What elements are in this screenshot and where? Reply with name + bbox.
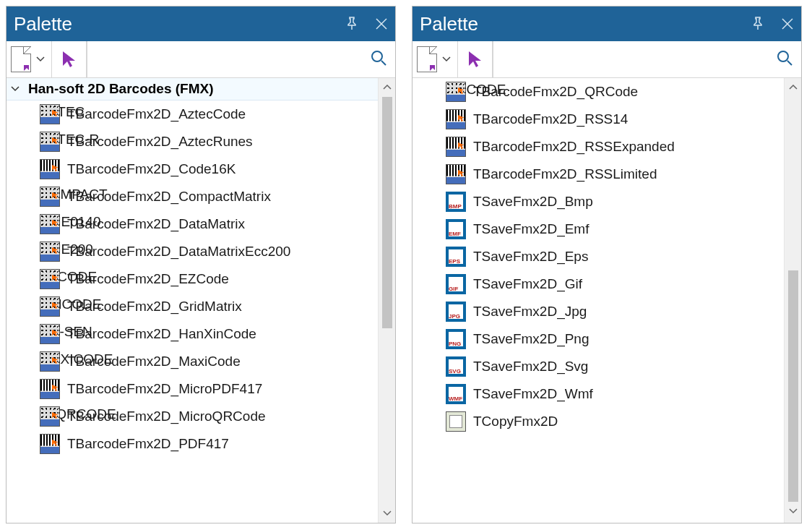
palette-item[interactable]: RSS-ExPTBarcodeFmx2D_RSSExpanded — [413, 133, 784, 161]
palette-item[interactable]: DME200TBarcodeFmx2D_DataMatrixEcc200 — [7, 238, 378, 265]
search-bar — [87, 41, 395, 77]
palette-item[interactable]: AZTECTBarcodeFmx2D_AztecCode — [7, 101, 378, 128]
component-icon: QRCODE — [446, 82, 466, 102]
palette-item[interactable]: EPSTSaveFmx2D_Eps — [413, 243, 784, 270]
scroll-down-icon[interactable] — [785, 503, 801, 519]
palette-item[interactable]: DME0140TBarcodeFmx2D_DataMatrix — [7, 210, 378, 238]
save-format-icon: PNG — [446, 329, 466, 349]
close-icon[interactable] — [375, 13, 388, 35]
palette-item-label: TBarcodeFmx2D_Code16K — [67, 161, 236, 177]
palette-item-label: TSaveFmx2D_Eps — [473, 249, 588, 265]
pointer-tool-button[interactable] — [52, 41, 87, 77]
save-format-icon: WMF — [446, 384, 466, 404]
component-icon: RSS-14 — [446, 109, 466, 129]
save-format-icon: GIF — [446, 274, 466, 294]
save-format-icon: SVG — [446, 356, 466, 377]
component-icon: CN-SEN — [40, 324, 60, 344]
palette-item-label: TBarcodeFmx2D_MicroPDF417 — [67, 381, 262, 397]
scroll-up-icon[interactable] — [785, 80, 801, 95]
chevron-down-icon — [34, 53, 47, 66]
titlebar: Palette — [413, 7, 801, 41]
palette-item-label: TBarcodeFmx2D_DataMatrixEcc200 — [67, 244, 290, 260]
component-icon: GMCODE — [40, 296, 60, 317]
pin-icon[interactable] — [751, 13, 765, 35]
component-icon: DME200 — [40, 242, 60, 262]
component-icon: CODE16K — [40, 159, 60, 179]
new-file-icon — [11, 46, 31, 72]
palette-item-label: TSaveFmx2D_Png — [473, 331, 589, 347]
palette-item[interactable]: COMPACTTBarcodeFmx2D_CompactMatrix — [7, 183, 378, 210]
category-label: Han-soft 2D Barcodes (FMX) — [28, 81, 214, 97]
save-format-icon: BMP — [446, 192, 466, 212]
save-format-icon: EPS — [446, 247, 466, 267]
component-icon: RSS-ExP — [446, 137, 466, 157]
panel-title: Palette — [420, 13, 751, 35]
palette-item[interactable]: WMFTSaveFmx2D_Wmf — [413, 380, 784, 408]
search-input[interactable] — [499, 45, 775, 74]
component-icon: COMPACT — [40, 187, 60, 207]
palette-item-label: TBarcodeFmx2D_RSS14 — [473, 111, 628, 127]
palette-item[interactable]: SVGTSaveFmx2D_Svg — [413, 353, 784, 380]
new-file-icon — [417, 46, 437, 72]
save-format-icon: EMF — [446, 219, 466, 239]
component-icon: AZTEC-R — [40, 132, 60, 152]
palette-item[interactable]: MPDF417TBarcodeFmx2D_MicroPDF417 — [7, 375, 378, 403]
svg-line-4 — [381, 61, 386, 65]
component-icon: PDF417 — [40, 434, 60, 454]
chevron-down-icon — [440, 53, 453, 66]
palette-item-label: TBarcodeFmx2D_RSSLimited — [473, 166, 657, 182]
component-icon: MAXICODE — [40, 351, 60, 372]
palette-item[interactable]: RSS-14TBarcodeFmx2D_RSS14 — [413, 106, 784, 133]
palette-item[interactable]: PDF417TBarcodeFmx2D_PDF417 — [7, 430, 378, 458]
scroll-thumb[interactable] — [382, 97, 392, 328]
pointer-tool-button[interactable] — [458, 41, 493, 77]
category-header[interactable]: Han-soft 2D Barcodes (FMX) — [7, 78, 378, 101]
palette-item-label: TSaveFmx2D_Gif — [473, 276, 582, 292]
palette-item[interactable]: QRCODETBarcodeFmx2D_QRCode — [413, 78, 784, 106]
palette-item[interactable]: EMFTSaveFmx2D_Emf — [413, 215, 784, 243]
scroll-up-icon[interactable] — [379, 80, 395, 95]
palette-item[interactable]: MAXICODETBarcodeFmx2D_MaxiCode — [7, 348, 378, 375]
svg-line-9 — [787, 61, 792, 65]
scroll-thumb[interactable] — [788, 270, 798, 502]
palette-panel-right: Palette — [412, 6, 802, 523]
palette-item[interactable]: GMCODETBarcodeFmx2D_GridMatrix — [7, 293, 378, 320]
scrollbar[interactable] — [784, 78, 801, 523]
component-list: QRCODETBarcodeFmx2D_QRCodeRSS-14TBarcode… — [413, 78, 784, 523]
palette-item[interactable]: PNGTSaveFmx2D_Png — [413, 325, 784, 353]
toolbar — [413, 41, 801, 78]
search-bar — [493, 41, 801, 77]
component-icon: AZTEC — [40, 104, 60, 124]
new-file-dropdown[interactable] — [7, 41, 52, 77]
palette-item-label: TSaveFmx2D_Emf — [473, 221, 589, 237]
palette-item[interactable]: TCopyFmx2D — [413, 408, 784, 435]
component-icon: RSS-LIM — [446, 164, 466, 184]
svg-point-8 — [778, 51, 788, 61]
pin-icon[interactable] — [345, 13, 359, 35]
component-icon: DME0140 — [40, 214, 60, 234]
palette-item[interactable]: EZCODETBarcodeFmx2D_EZCode — [7, 265, 378, 293]
palette-item-label: TSaveFmx2D_Jpg — [473, 304, 587, 320]
search-icon[interactable] — [369, 48, 389, 71]
search-icon[interactable] — [775, 48, 795, 71]
palette-item[interactable]: M-QRCODETBarcodeFmx2D_MicroQRCode — [7, 403, 378, 430]
palette-item[interactable]: CN-SENTBarcodeFmx2D_HanXinCode — [7, 320, 378, 348]
palette-item[interactable]: JPGTSaveFmx2D_Jpg — [413, 298, 784, 325]
palette-item-label: TCopyFmx2D — [473, 414, 558, 429]
scroll-down-icon[interactable] — [379, 505, 395, 521]
svg-point-3 — [372, 51, 382, 61]
save-format-icon: JPG — [446, 302, 466, 322]
palette-item[interactable]: RSS-LIMTBarcodeFmx2D_RSSLimited — [413, 161, 784, 188]
search-input[interactable] — [93, 45, 369, 74]
scrollbar[interactable] — [378, 78, 395, 523]
palette-item-label: TSaveFmx2D_Svg — [473, 359, 588, 375]
palette-item-label: TBarcodeFmx2D_AztecCode — [67, 106, 246, 122]
palette-item[interactable]: CODE16KTBarcodeFmx2D_Code16K — [7, 155, 378, 183]
palette-item[interactable]: AZTEC-RTBarcodeFmx2D_AztecRunes — [7, 128, 378, 155]
palette-item[interactable]: GIFTSaveFmx2D_Gif — [413, 270, 784, 298]
palette-item[interactable]: BMPTSaveFmx2D_Bmp — [413, 188, 784, 215]
toolbar — [7, 41, 395, 78]
component-icon: MPDF417 — [40, 379, 60, 399]
new-file-dropdown[interactable] — [413, 41, 458, 77]
close-icon[interactable] — [781, 13, 794, 35]
